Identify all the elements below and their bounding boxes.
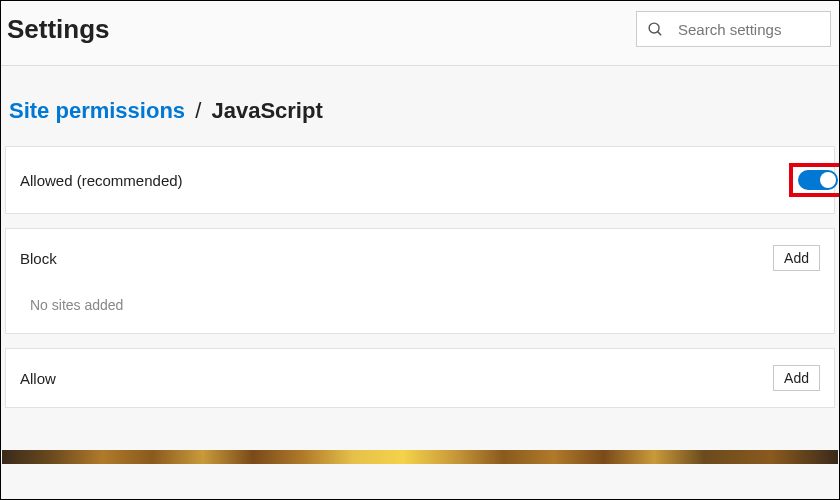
svg-point-0	[649, 23, 659, 33]
allow-add-button[interactable]: Add	[773, 365, 820, 391]
block-add-button[interactable]: Add	[773, 245, 820, 271]
search-box[interactable]	[636, 11, 831, 47]
toggle-highlight-box	[789, 163, 840, 197]
block-title: Block	[20, 250, 57, 267]
decorative-bottom-strip	[2, 450, 838, 464]
breadcrumb-current: JavaScript	[211, 98, 322, 123]
allow-title: Allow	[20, 370, 56, 387]
block-empty-text: No sites added	[6, 287, 834, 333]
allowed-row: Allowed (recommended)	[6, 147, 834, 213]
allowed-toggle[interactable]	[798, 170, 838, 190]
search-icon	[647, 21, 664, 38]
breadcrumb: Site permissions / JavaScript	[1, 66, 839, 146]
allow-header-row: Allow Add	[6, 349, 834, 407]
svg-line-1	[658, 31, 662, 35]
breadcrumb-parent-link[interactable]: Site permissions	[9, 98, 185, 123]
settings-header: Settings	[1, 1, 839, 66]
page-title: Settings	[7, 14, 110, 45]
toggle-knob	[820, 172, 836, 188]
block-header-row: Block Add	[6, 229, 834, 287]
block-panel: Block Add No sites added	[5, 228, 835, 334]
search-input[interactable]	[676, 20, 820, 39]
allowed-panel: Allowed (recommended)	[5, 146, 835, 214]
breadcrumb-separator: /	[195, 98, 201, 123]
allowed-label: Allowed (recommended)	[20, 172, 183, 189]
allow-panel: Allow Add	[5, 348, 835, 408]
